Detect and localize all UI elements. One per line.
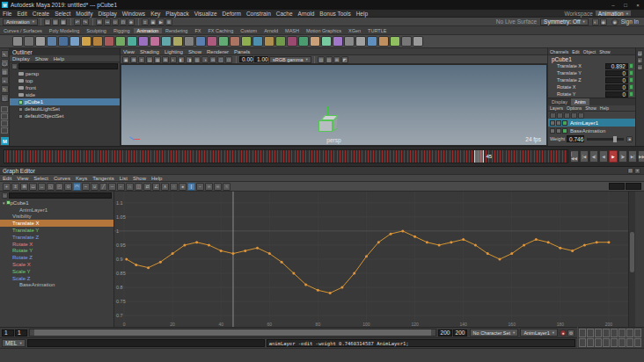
shelf-tool-13-icon[interactable] [150,36,160,47]
animation-curve-canvas[interactable] [114,192,628,327]
tool-settings-tab-icon[interactable]: ⊙ [637,64,643,70]
zero-key-layer-icon[interactable] [578,112,584,119]
shaded-icon[interactable]: ◨ [186,56,193,63]
shelf-tool-14-icon[interactable] [161,36,172,47]
layout-preset-4-button[interactable] [603,329,610,337]
playback-end-field[interactable]: 200 [438,329,452,337]
ge-tree-item-translate-x[interactable]: Translate X [0,220,113,227]
menu-edit[interactable]: Edit [14,11,29,17]
shelf-tool-11-icon[interactable] [127,36,137,47]
ge-tree-item-pcube1[interactable]: ▾pCube1 [0,199,113,206]
move-tool-icon[interactable]: + [1,76,9,84]
persp-outliner-layout-icon[interactable] [1,120,8,127]
layout-preset-15-button[interactable] [626,338,633,347]
make-live-icon[interactable]: ◈ [128,18,135,25]
shelf-tab-rendering[interactable]: Rendering [162,28,191,33]
textured-icon[interactable]: ▥ [194,56,201,63]
new-scene-icon[interactable]: ▤ [44,18,51,25]
frame-playback-range-icon[interactable]: ◰ [55,183,63,191]
viewport-menu-view[interactable]: View [121,49,137,54]
layout-preset-14-button[interactable] [618,338,626,347]
channel-box-menu-show[interactable]: Show [597,49,612,54]
outliner-item-defaultlightset[interactable]: defaultLightSet [10,105,120,112]
shelf-tab-custom[interactable]: Custom [237,28,260,33]
post-infinity-cycle-icon[interactable]: ∞ [214,183,222,191]
menu-visualize[interactable]: Visualize [192,11,220,17]
panel-close-icon[interactable]: × [634,168,640,174]
maya-m-logo-icon[interactable]: M [1,137,9,145]
weight-value-field[interactable]: 0.746 [567,135,584,142]
snap-to-curve-icon[interactable]: ↪ [104,18,111,25]
shelf-tool-7-icon[interactable] [81,36,91,47]
ge-tree-item-baseanimation[interactable]: BaseAnimation [0,282,113,289]
play-forward-button[interactable]: ▶ [609,150,618,163]
layout-preset-5-button[interactable] [611,329,618,337]
camera-attributes-icon[interactable]: ≡ [138,56,145,63]
retime-tool-icon[interactable]: ↔ [38,183,46,191]
menu-bonus-tools[interactable]: Bonus Tools [317,11,353,17]
motion-blur-icon[interactable]: ⊡ [225,56,232,63]
current-time-marker[interactable]: 45 [474,150,484,163]
menu-modify[interactable]: Modify [73,11,95,17]
exposure-field[interactable]: 0.00 [239,56,253,62]
shelf-tool-27-icon[interactable] [310,36,320,47]
outliner-item-top[interactable]: top [10,77,120,84]
clamped-tangent-icon[interactable]: ∪ [91,183,99,191]
move-layer-down-icon[interactable] [571,112,577,119]
shelf-tab-rigging[interactable]: Rigging [110,28,134,33]
layout-preset-1-button[interactable] [579,329,586,337]
range-slider-bar[interactable] [29,329,436,337]
viewport-menu-lighting[interactable]: Lighting [162,49,186,54]
layout-preset-11-button[interactable] [595,338,602,347]
oversampling-icon[interactable]: ◐ [170,56,177,63]
shelf-tool-3-icon[interactable] [35,36,46,47]
film-gate-icon[interactable]: ◩ [341,56,348,63]
ge-menu-select[interactable]: Select [31,176,51,181]
layout-preset-9-button[interactable] [579,338,586,347]
outliner-item-front[interactable]: front [10,84,120,91]
outliner-search-input[interactable] [18,63,118,69]
shelf-tool-25-icon[interactable] [287,36,297,47]
animation-end-field[interactable]: 200 [453,329,467,337]
isolate-select-icon[interactable]: ▧ [318,56,325,63]
layer-editor-tab-display[interactable]: Display [548,98,571,105]
lasso-tool-icon[interactable]: ◯ [1,59,9,67]
ipr-render-icon[interactable]: ▶ [157,18,165,25]
layout-preset-16-button[interactable] [634,338,641,347]
symmetry-select[interactable]: Symmetry: Off [540,18,589,25]
ge-menu-help[interactable]: Help [149,176,165,181]
menu-deform[interactable]: Deform [220,11,244,17]
move-manipulator-y-axis[interactable] [327,106,328,115]
flat-tangent-icon[interactable]: ─ [108,183,116,191]
lock-tangent-weight-icon[interactable]: ● [179,183,187,191]
layer-editor-tab-anim[interactable]: Anim [571,98,589,105]
image-plane-icon[interactable]: ▦ [154,56,161,63]
ge-menu-show[interactable]: Show [130,176,149,181]
pre-infinity-cycle-icon[interactable]: ∞ [205,183,213,191]
shelf-tab-fx-caching[interactable]: FX Caching [204,28,237,33]
use-all-lights-icon[interactable]: ◑ [201,56,209,63]
menu-create[interactable]: Create [30,11,53,17]
ge-menu-keys[interactable]: Keys [73,176,90,181]
move-layer-up-icon[interactable] [564,112,570,119]
shelf-tool-28-icon[interactable] [321,36,332,47]
break-tangents-icon[interactable]: ∠ [152,183,160,191]
shelf-tool-36-icon[interactable] [413,36,423,47]
graph-area[interactable]: 1.11.0510.950.90.850.80.750.702040608010… [114,192,628,327]
outliner-item-pcube1[interactable]: pCube1 [10,98,120,105]
menu-select[interactable]: Select [52,11,73,17]
go-to-end-button[interactable]: ▶▶| [638,150,644,163]
center-view-icon[interactable]: ⊙ [64,183,72,191]
shadows-icon[interactable]: ⊟ [209,56,216,63]
gamma-field[interactable]: 1.00 [254,56,268,62]
xray-icon[interactable]: ▨ [326,56,333,63]
bookmarks-icon[interactable]: ▤ [146,56,153,63]
menu-arnold[interactable]: Arnold [296,11,318,17]
command-language-select[interactable]: MEL [2,339,26,347]
layer-lock-toggle[interactable] [562,120,567,126]
shelf-tool-5-icon[interactable] [58,36,69,47]
shelf-tool-21-icon[interactable] [241,36,252,47]
shelf-tool-17-icon[interactable] [195,36,206,47]
viewport-menu-shading[interactable]: Shading [137,49,162,54]
lattice-deform-keys-icon[interactable]: ⊞ [20,183,28,191]
